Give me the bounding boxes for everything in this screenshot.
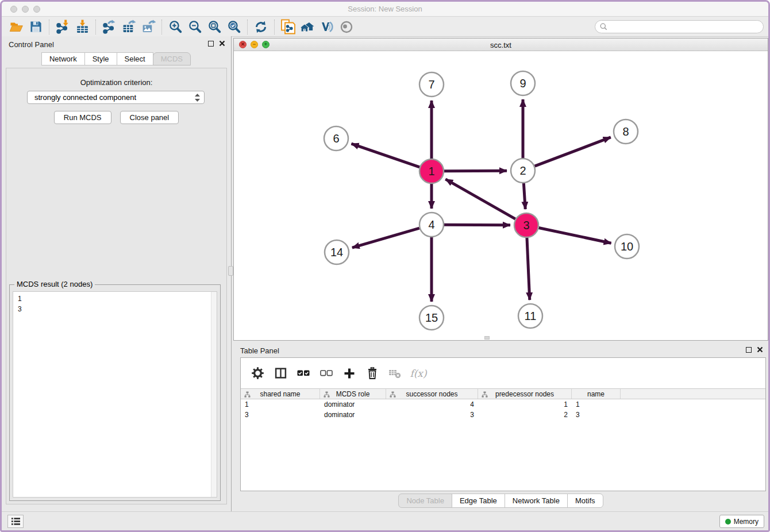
cell-successor-nodes[interactable]: 4 (386, 399, 478, 410)
toolbar-separator (161, 20, 162, 34)
close-panel-icon[interactable] (219, 40, 225, 47)
export-image-button[interactable] (138, 18, 158, 36)
import-network-icon (56, 20, 70, 34)
toolbar-separator (49, 20, 49, 34)
delete-table-icon (388, 368, 402, 379)
network-graph-svg: 7968124314101511 (234, 51, 768, 341)
float-table-panel-icon[interactable] (746, 347, 752, 353)
edge-1-6[interactable] (351, 144, 419, 167)
cell-MCDS-role[interactable]: dominator (320, 410, 386, 420)
mcds-result-lines: 13 (13, 292, 217, 316)
dropdown-stepper-icon (194, 93, 201, 102)
search-box[interactable] (595, 20, 764, 33)
window-title: Session: New Session (2, 5, 768, 13)
import-table-button[interactable] (72, 18, 92, 36)
zoom-selected-button[interactable] (224, 18, 244, 36)
edge-3-1[interactable] (445, 179, 515, 219)
column-header-successor-nodes[interactable]: successor nodes (386, 389, 478, 399)
node-table-container: f(x) shared nameMCDS rolesuccessor nodes… (240, 357, 766, 491)
cell-predecessor-nodes[interactable]: 2 (478, 410, 572, 420)
vizmapper-button[interactable] (317, 18, 337, 36)
delete-rows-button[interactable] (364, 365, 381, 382)
import-network-button[interactable] (53, 18, 72, 36)
unchecked-boxes-icon (320, 369, 333, 377)
cell-predecessor-nodes[interactable]: 1 (478, 399, 572, 410)
cell-shared-name[interactable]: 1 (241, 399, 320, 410)
tab-motifs[interactable]: Motifs (567, 494, 603, 508)
node-label-2: 2 (519, 164, 526, 177)
edge-1-2[interactable] (444, 171, 507, 171)
function-builder-button[interactable]: f(x) (410, 365, 427, 382)
table-toolbar: f(x) (241, 358, 765, 388)
float-panel-icon[interactable] (208, 41, 214, 47)
table-header-row: shared nameMCDS rolesuccessor nodesprede… (241, 388, 765, 399)
delete-table-button[interactable] (387, 365, 404, 382)
network-canvas[interactable]: 7968124314101511 (234, 51, 768, 340)
edge-2-8[interactable] (535, 137, 611, 166)
split-columns-button[interactable] (272, 365, 289, 382)
edge-3-11[interactable] (527, 238, 530, 300)
export-network-icon (102, 20, 117, 34)
network-frame-titlebar: ✕ − + scc.txt (234, 38, 768, 51)
open-session-button[interactable] (6, 18, 26, 36)
cell-name[interactable]: 3 (572, 410, 621, 420)
gear-icon (252, 367, 264, 379)
edge-3-10[interactable] (539, 228, 611, 244)
node-label-8: 8 (622, 125, 629, 138)
add-row-button[interactable] (341, 365, 358, 382)
cell-MCDS-role[interactable]: dominator (320, 399, 386, 410)
table-panel-title: Table Panel (240, 346, 279, 355)
home-button[interactable] (298, 18, 317, 36)
task-history-button[interactable] (7, 515, 24, 528)
tab-node-table[interactable]: Node Table (398, 494, 452, 508)
network-from-file-button[interactable] (278, 18, 298, 36)
node-label-9: 9 (519, 77, 526, 90)
zoom-in-button[interactable] (165, 18, 185, 36)
table-body: 1dominator4113dominator323 (241, 399, 765, 420)
save-session-button[interactable] (26, 18, 45, 36)
edge-4-3[interactable] (444, 225, 510, 225)
search-input[interactable] (610, 23, 759, 31)
node-label-14: 14 (330, 246, 343, 259)
tab-edge-table[interactable]: Edge Table (452, 494, 505, 508)
tab-select[interactable]: Select (117, 52, 153, 65)
memory-button[interactable]: Memory (719, 515, 764, 528)
panel-splitter-handle[interactable] (228, 266, 233, 276)
criterion-dropdown[interactable]: strongly connected component (27, 91, 205, 104)
mcds-result-textarea[interactable]: 13 (13, 291, 217, 498)
edge-4-14[interactable] (352, 228, 419, 248)
result-scrollbar[interactable] (211, 292, 217, 497)
table-row[interactable]: 1dominator411 (241, 399, 765, 410)
control-panel: Control Panel NetworkStyleSelectMCDS Opt… (2, 36, 232, 511)
cell-name[interactable]: 1 (572, 399, 621, 410)
cell-shared-name[interactable]: 3 (241, 410, 320, 420)
export-table-button[interactable] (119, 18, 138, 36)
select-all-button[interactable] (295, 365, 312, 382)
table-settings-button[interactable] (249, 365, 266, 382)
column-header-name[interactable]: name (572, 389, 621, 399)
hide-panel-button[interactable] (337, 18, 356, 36)
run-mcds-button[interactable]: Run MCDS (54, 111, 111, 124)
export-network-button[interactable] (99, 18, 119, 36)
column-header-MCDS-role[interactable]: MCDS role (320, 389, 386, 399)
node-label-1: 1 (428, 165, 434, 178)
close-panel-button[interactable]: Close panel (120, 111, 179, 124)
tab-network[interactable]: Network (41, 52, 85, 65)
tab-style[interactable]: Style (84, 52, 117, 65)
eye-icon (339, 21, 354, 33)
node-label-11: 11 (525, 310, 537, 322)
column-header-predecessor-nodes[interactable]: predecessor nodes (478, 389, 572, 399)
zoom-out-button[interactable] (185, 18, 205, 36)
cell-successor-nodes[interactable]: 3 (386, 410, 478, 420)
close-table-panel-icon[interactable] (757, 346, 763, 353)
refresh-view-button[interactable] (251, 18, 271, 36)
column-header-shared-name[interactable]: shared name (241, 389, 320, 399)
tab-network-table[interactable]: Network Table (505, 494, 568, 508)
table-row[interactable]: 3dominator323 (241, 410, 765, 420)
status-bar: Memory (2, 511, 768, 530)
zoom-fit-button[interactable] (205, 18, 224, 36)
deselect-all-button[interactable] (318, 365, 335, 382)
canvas-scroll-handle[interactable] (484, 336, 490, 340)
tab-mcds[interactable]: MCDS (153, 52, 191, 65)
edge-2-3[interactable] (523, 183, 525, 209)
